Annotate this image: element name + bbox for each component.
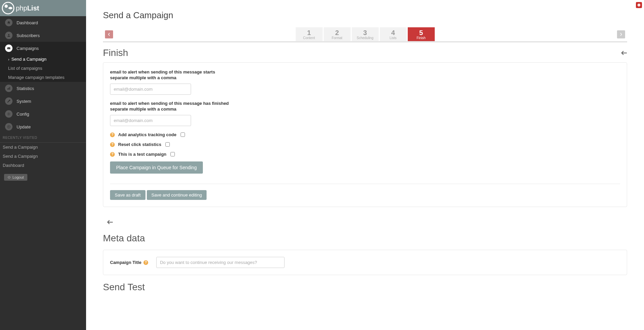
logo-icon [2,2,15,14]
nav-label: Config [17,112,29,117]
step-prev-button[interactable] [105,30,113,38]
step-num: 1 [296,29,323,36]
chart-icon [5,85,12,92]
step-tab-format[interactable]: 2 Format [324,27,351,41]
below-back-arrow[interactable] [107,218,113,226]
subnav-campaigns: › Send a Campaign List of campaigns Mana… [0,55,86,82]
subnav-label: Manage campaign templates [8,75,64,80]
alert-start-input[interactable] [110,84,191,95]
step-label: Scheduling [352,36,379,40]
logout-label: Logout [12,175,24,179]
nav-label: Statistics [17,86,34,91]
meta-label-text: Campaign Title [110,260,141,265]
chevron-right-icon: › [8,57,9,61]
logo-text: phpList [16,4,39,12]
nav-label: Update [17,124,31,129]
step-num: 3 [352,29,379,36]
svg-rect-6 [9,87,10,90]
recent-item[interactable]: Send a Campaign [0,152,86,161]
nav-config[interactable]: Config [0,108,86,120]
nav-system[interactable]: System [0,95,86,108]
queue-button[interactable]: Place Campaign in Queue for Sending [110,161,203,174]
step-label: Format [324,36,351,40]
nav-campaigns[interactable]: Campaigns [0,42,86,55]
alert-finish-input[interactable] [110,115,191,126]
home-icon [5,19,12,26]
nav-label: Subscribers [17,33,40,38]
panel-footer: Save as draft Save and continue editing [110,184,620,200]
nav-update[interactable]: Update [0,120,86,133]
user-icon [5,32,12,39]
subnav-send-campaign[interactable]: › Send a Campaign [0,55,86,64]
step-tab-scheduling[interactable]: 3 Scheduling [352,27,379,41]
svg-rect-3 [7,47,10,49]
gear-icon [5,110,12,118]
logo[interactable]: phpList [2,2,39,14]
chevron-left-icon [108,33,110,36]
nav-main: Dashboard Subscribers Campaigns › Send a… [0,16,86,133]
analytics-row: ? Add analytics tracking code [110,132,620,137]
help-icon[interactable]: ? [110,142,115,147]
meta-title: Meta data [103,233,627,244]
alert-start-label-1: email to alert when sending of this mess… [110,69,620,74]
meta-panel: Campaign Title ? [103,250,627,275]
finish-panel: email to alert when sending of this mess… [103,62,627,207]
nav-label: Campaigns [17,46,39,51]
back-arrow[interactable] [621,49,627,57]
nav-label: System [17,99,31,104]
subnav-list-campaigns[interactable]: List of campaigns [0,64,86,73]
test-label: This is a test campaign [118,152,166,157]
reset-checkbox[interactable] [165,142,170,147]
section-title: Finish [103,48,128,58]
recent-item[interactable]: Dashboard [0,161,86,170]
svg-rect-11 [639,4,639,5]
test-checkbox[interactable] [170,152,175,156]
wrench-icon [5,97,12,105]
svg-rect-10 [639,5,639,6]
logout-button[interactable]: Logout [4,174,27,181]
alert-finish-label-1: email to alert when sending of this mess… [110,101,620,106]
subnav-label: List of campaigns [8,66,42,71]
subnav-label: Send a Campaign [11,57,47,62]
recent-section: RECENTLY VISITED Send a Campaign Send a … [0,133,86,170]
analytics-checkbox[interactable] [181,132,185,137]
main-content: Send a Campaign 1 Content 2 Format 3 Sch… [86,0,644,306]
analytics-label: Add analytics tracking code [118,132,177,137]
svg-point-2 [8,34,9,35]
alert-start-label-2: separate multiple with a comma [110,75,620,80]
step-tab-lists[interactable]: 4 Lists [380,27,407,41]
steps-center: 1 Content 2 Format 3 Scheduling 4 Lists … [296,27,435,41]
step-label: Lists [380,36,407,40]
step-next-button[interactable] [617,30,625,38]
meta-row: Campaign Title ? [110,257,620,268]
envelope-icon [5,44,12,52]
save-draft-button[interactable]: Save as draft [110,190,145,200]
help-icon[interactable]: ? [143,260,148,265]
step-num: 4 [380,29,407,36]
test-row: ? This is a test campaign [110,152,620,157]
save-continue-button[interactable]: Save and continue editing [147,190,207,200]
logout-wrap: Logout [0,170,86,185]
nav-label: Dashboard [17,20,38,25]
help-icon[interactable]: ? [110,152,115,157]
campaign-title-label: Campaign Title ? [110,260,152,265]
info-badge[interactable] [636,2,642,8]
subnav-manage-templates[interactable]: Manage campaign templates [0,73,86,82]
svg-rect-4 [7,88,8,90]
campaign-title-input[interactable] [156,257,285,268]
step-tab-content[interactable]: 1 Content [296,27,323,41]
step-tab-finish[interactable]: 5 Finish [408,27,435,41]
nav-statistics[interactable]: Statistics [0,82,86,95]
chevron-right-icon [620,33,622,36]
alert-finish-label-2: separate multiple with a comma [110,107,620,112]
page-title: Send a Campaign [103,10,627,21]
nav-dashboard[interactable]: Dashboard [0,16,86,29]
steps-bar: 1 Content 2 Format 3 Scheduling 4 Lists … [103,27,627,42]
recent-item[interactable]: Send a Campaign [0,143,86,152]
power-icon [7,176,11,179]
help-icon[interactable]: ? [110,132,115,137]
recent-header: RECENTLY VISITED [0,133,86,143]
nav-subscribers[interactable]: Subscribers [0,29,86,42]
svg-rect-5 [8,88,9,90]
arrow-left-icon [621,51,627,55]
